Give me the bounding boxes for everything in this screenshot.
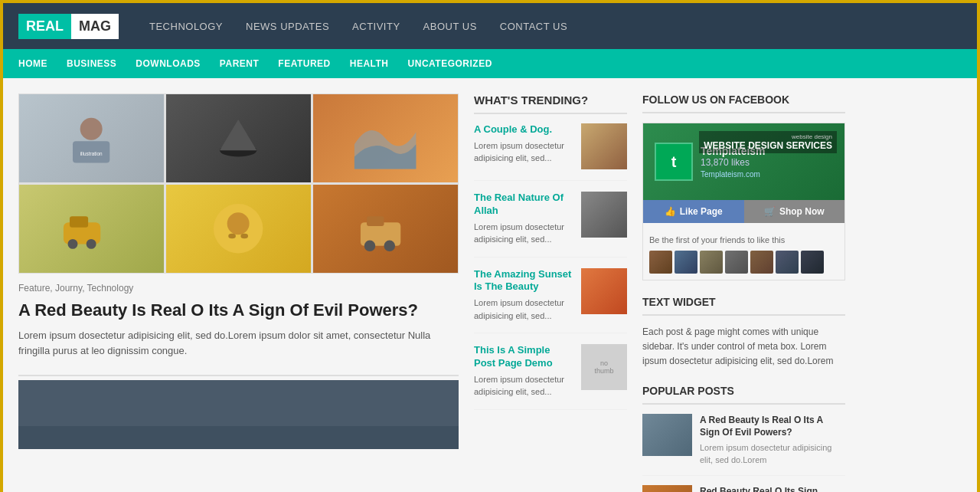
- popular-title-2: Red Beauty Real O Its Sign: [700, 485, 845, 492]
- trending-item-1: A Couple & Dog. Lorem ipsum dosectetur a…: [474, 123, 627, 181]
- grid-image-3: [313, 94, 458, 182]
- trending-thumb-2: [581, 192, 627, 238]
- popular-desc-1: Lorem ipsum dosectetur adipisicing elit,…: [700, 442, 845, 466]
- popular-posts-widget: POPULAR POSTS A Red Beauty Is Real O Its…: [642, 385, 845, 492]
- svg-point-11: [229, 234, 237, 238]
- facebook-friends-text: Be the first of your friends to like thi…: [649, 235, 838, 244]
- fb-avatar-6: [776, 251, 799, 274]
- facebook-widget-title: FOLLOW US ON FACEBOOK: [642, 93, 845, 113]
- svg-point-7: [68, 239, 78, 249]
- fb-avatar-1: [649, 251, 672, 274]
- facebook-shop-label: Shop Now: [779, 206, 825, 217]
- grid-image-1: illustration: [19, 94, 164, 182]
- content-wrapper: illustration: [3, 78, 977, 492]
- trending-desc-2: Lorem ipsum dosectetur adipisicing elit,…: [474, 222, 564, 244]
- trending-thumb-img-2: [581, 192, 627, 238]
- svg-marker-4: [220, 120, 256, 150]
- trending-item-3: The Amazing Sunset Is The Beauty Lorem i…: [474, 268, 627, 334]
- popular-info-2: Red Beauty Real O Its Sign Lorem ipsum d…: [700, 485, 845, 492]
- article-categories: Feature, Journy, Technology: [18, 283, 459, 294]
- facebook-tagline: Templateism.com: [701, 170, 766, 179]
- nav-technology[interactable]: TECHNOLOGY: [149, 21, 223, 32]
- article-excerpt: Lorem ipsum dosectetur adipisicing elit,…: [18, 328, 459, 360]
- popular-thumb-2: [642, 485, 692, 492]
- svg-point-12: [241, 234, 249, 238]
- fb-avatar-5: [750, 251, 773, 274]
- popular-title-1: A Red Beauty Is Real O Its A Sign Of Evi…: [700, 414, 845, 440]
- secondary-nav-parent[interactable]: PARENT: [220, 58, 259, 69]
- text-widget-content: Each post & page might comes with unique…: [642, 325, 845, 369]
- svg-rect-6: [70, 216, 88, 227]
- facebook-shop-button[interactable]: 🛒 Shop Now: [744, 200, 845, 223]
- nav-about-us[interactable]: ABOUT US: [423, 21, 477, 32]
- trending-desc-3: Lorem ipsum dosectetur adipisicing elit,…: [474, 298, 564, 320]
- svg-point-0: [80, 118, 103, 140]
- nav-contact-us[interactable]: CONTACT US: [500, 21, 567, 32]
- logo-real: REAL: [18, 14, 71, 39]
- trending-title: WHAT'S TRENDING?: [474, 93, 627, 114]
- trending-sidebar: WHAT'S TRENDING? A Couple & Dog. Lorem i…: [474, 93, 627, 492]
- nav-news-updates[interactable]: NEWS UPDATES: [246, 21, 329, 32]
- second-article: [18, 375, 459, 449]
- popular-post-1: A Red Beauty Is Real O Its A Sign Of Evi…: [642, 414, 845, 476]
- facebook-logo-icon: t: [655, 143, 693, 181]
- svg-point-16: [384, 241, 395, 251]
- secondary-nav-business[interactable]: BUSINESS: [67, 58, 116, 69]
- svg-point-8: [87, 239, 96, 249]
- facebook-avatars: [649, 251, 838, 274]
- text-widget-title: TEXT WIDGET: [642, 296, 845, 316]
- second-article-image: [18, 380, 459, 449]
- trending-text-3: The Amazing Sunset Is The Beauty Lorem i…: [474, 268, 573, 323]
- popular-thumb-1: [642, 414, 692, 456]
- trending-link-2[interactable]: The Real Nature Of Allah: [474, 192, 573, 218]
- trending-desc-1: Lorem ipsum dosectetur adipisicing elit,…: [474, 141, 564, 162]
- main-content: illustration: [18, 93, 459, 492]
- trending-thumb-img-4: nothumb: [581, 344, 627, 390]
- facebook-like-label: Like Page: [680, 206, 723, 217]
- secondary-nav-featured[interactable]: FEATURED: [278, 58, 330, 69]
- facebook-actions: 👍 Like Page 🛒 Shop Now: [643, 200, 844, 223]
- popular-posts-title: POPULAR POSTS: [642, 385, 845, 405]
- nav-activity[interactable]: ACTIVITY: [352, 21, 400, 32]
- trending-link-1[interactable]: A Couple & Dog.: [474, 123, 573, 136]
- facebook-like-button[interactable]: 👍 Like Page: [643, 200, 744, 223]
- facebook-design-title: WEBSITE DESIGN SERVICES: [704, 140, 832, 151]
- secondary-nav-uncategorized[interactable]: UNCATEGORIZED: [408, 58, 492, 69]
- facebook-design-tagline: website design: [704, 133, 832, 140]
- popular-info-1: A Red Beauty Is Real O Its A Sign Of Evi…: [700, 414, 845, 466]
- site-logo[interactable]: REAL MAG: [18, 14, 119, 39]
- site-header: REAL MAG TECHNOLOGY NEWS UPDATES ACTIVIT…: [3, 3, 977, 49]
- trending-item-2: The Real Nature Of Allah Lorem ipsum dos…: [474, 192, 627, 257]
- svg-point-15: [364, 241, 375, 251]
- svg-point-10: [227, 213, 250, 235]
- secondary-nav-home[interactable]: HOME: [18, 58, 47, 69]
- secondary-nav-health[interactable]: HEALTH: [350, 58, 389, 69]
- facebook-like-icon: 👍: [665, 206, 676, 217]
- fb-avatar-7: [801, 251, 824, 274]
- trending-text-4: This Is A Simple Post Page Demo Lorem ip…: [474, 344, 573, 399]
- logo-mag: MAG: [71, 14, 119, 39]
- trending-desc-4: Lorem ipsum dosectetur adipisicing elit,…: [474, 375, 564, 396]
- text-widget: TEXT WIDGET Each post & page might comes…: [642, 296, 845, 369]
- trending-thumb-1: [581, 123, 627, 169]
- facebook-banner: t Templateism 13,870 likes Templateism.c…: [643, 123, 844, 200]
- facebook-widget-content: t Templateism 13,870 likes Templateism.c…: [642, 123, 845, 280]
- trending-link-3[interactable]: The Amazing Sunset Is The Beauty: [474, 268, 573, 294]
- facebook-design-badge: website design WEBSITE DESIGN SERVICES: [699, 131, 837, 153]
- grid-image-5: [166, 185, 311, 273]
- facebook-likes: 13,870 likes: [701, 157, 766, 168]
- trending-thumb-img-3: [581, 268, 627, 314]
- svg-text:illustration: illustration: [80, 151, 103, 156]
- popular-thumb-img-1: [642, 414, 692, 456]
- popular-post-2: Red Beauty Real O Its Sign Lorem ipsum d…: [642, 485, 845, 492]
- trending-item-4: This Is A Simple Post Page Demo Lorem ip…: [474, 344, 627, 410]
- fb-avatar-2: [675, 251, 697, 274]
- secondary-nav-downloads[interactable]: DOWNLOADS: [136, 58, 201, 69]
- facebook-widget: FOLLOW US ON FACEBOOK t Templateism 13,8…: [642, 93, 845, 280]
- svg-rect-18: [18, 426, 459, 449]
- svg-rect-14: [367, 216, 384, 226]
- trending-thumb-4: nothumb: [581, 344, 627, 390]
- article-title: A Red Beauty Is Real O Its A Sign Of Evi…: [18, 300, 459, 322]
- facebook-shop-icon: 🛒: [764, 206, 776, 217]
- trending-link-4[interactable]: This Is A Simple Post Page Demo: [474, 344, 573, 370]
